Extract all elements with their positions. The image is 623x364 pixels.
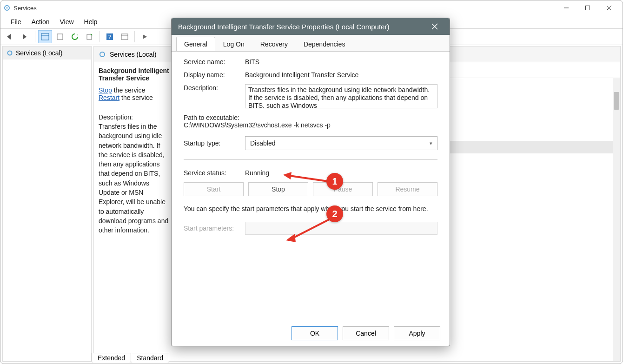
- label-display-name: Display name:: [184, 71, 245, 79]
- description-label: Description:: [99, 113, 169, 121]
- toolbar-console-icon[interactable]: [118, 30, 132, 43]
- dialog-tabs: General Log On Recovery Dependencies: [172, 35, 450, 52]
- svg-rect-8: [41, 33, 49, 40]
- back-button[interactable]: [3, 30, 17, 43]
- scrollbar[interactable]: [613, 78, 620, 361]
- svg-rect-10: [57, 34, 63, 40]
- toolbar-refresh-icon[interactable]: [68, 30, 82, 43]
- tab-dependencies[interactable]: Dependencies: [296, 37, 353, 52]
- annotation-callout-2: 2: [326, 205, 343, 222]
- svg-marker-13: [91, 33, 93, 35]
- minimize-button[interactable]: [556, 1, 577, 15]
- tab-general[interactable]: General: [176, 37, 215, 52]
- svg-rect-16: [121, 34, 128, 40]
- svg-marker-26: [286, 234, 296, 242]
- detail-header-label: Services (Local): [110, 51, 156, 58]
- bottom-tabs: Extended Standard: [92, 351, 169, 364]
- dialog-close-button[interactable]: [426, 18, 443, 35]
- toolbar-export-icon[interactable]: [83, 30, 97, 43]
- svg-point-1: [7, 7, 8, 9]
- value-path: C:\WINDOWS\System32\svchost.exe -k netsv…: [184, 121, 437, 129]
- menu-action[interactable]: Action: [27, 17, 54, 26]
- maximize-button[interactable]: [577, 1, 598, 15]
- close-button[interactable]: [598, 1, 620, 15]
- restart-service-line: Restart the service: [99, 94, 169, 101]
- forward-button[interactable]: [18, 30, 32, 43]
- ok-button[interactable]: OK: [292, 326, 338, 340]
- tree-item-label: Services (Local): [16, 49, 62, 57]
- label-service-status: Service status:: [184, 169, 245, 177]
- svg-marker-18: [143, 34, 147, 39]
- value-service-status: Running: [245, 169, 437, 177]
- value-service-name: BITS: [245, 58, 437, 66]
- svg-line-25: [292, 219, 330, 238]
- stop-link[interactable]: Stop: [99, 86, 112, 94]
- annotation-callout-1: 1: [326, 173, 343, 190]
- svg-rect-3: [586, 6, 590, 10]
- tab-extended[interactable]: Extended: [92, 353, 131, 363]
- toolbar-help-icon[interactable]: ?: [103, 30, 117, 43]
- services-icon: [3, 4, 11, 12]
- label-path: Path to executable:: [184, 114, 437, 121]
- label-startup-type: Startup type:: [184, 139, 245, 147]
- menu-file[interactable]: File: [6, 17, 26, 26]
- svg-marker-24: [283, 172, 292, 179]
- svg-point-20: [100, 52, 105, 57]
- svg-marker-6: [7, 34, 11, 40]
- gear-icon: [99, 51, 106, 58]
- cancel-button[interactable]: Cancel: [343, 326, 389, 340]
- startup-type-value: Disabled: [250, 139, 275, 147]
- svg-line-23: [290, 176, 328, 181]
- annotation-arrow-1: [281, 172, 332, 186]
- chevron-down-icon: ▾: [430, 140, 432, 146]
- menu-help[interactable]: Help: [80, 17, 102, 26]
- label-start-params: Start parameters:: [184, 225, 245, 232]
- label-service-name: Service name:: [184, 58, 245, 66]
- resume-button[interactable]: Resume: [378, 182, 437, 196]
- svg-text:?: ?: [108, 34, 111, 40]
- value-description[interactable]: Transfers files in the background using …: [245, 84, 437, 108]
- action-pane: Background Intelligent Transfer Service …: [94, 62, 174, 361]
- apply-button[interactable]: Apply: [394, 326, 440, 340]
- menu-view[interactable]: View: [55, 17, 78, 26]
- label-description: Description:: [184, 84, 245, 108]
- tab-recovery[interactable]: Recovery: [252, 37, 296, 52]
- annotation-arrow-2: [284, 216, 335, 244]
- dialog-titlebar: Background Intelligent Transfer Service …: [172, 18, 450, 35]
- stop-service-line: Stop the service: [99, 86, 169, 94]
- start-params-input: [245, 222, 437, 235]
- tree-item-services-local[interactable]: Services (Local): [3, 46, 91, 60]
- tab-standard[interactable]: Standard: [131, 353, 169, 363]
- dialog-title: Background Intelligent Transfer Service …: [178, 23, 389, 31]
- tree-pane: Services (Local): [2, 46, 92, 362]
- dialog-body: Service name: BITS Display name: Backgro…: [172, 51, 450, 321]
- value-display-name: Background Intelligent Transfer Service: [245, 71, 437, 79]
- restart-link[interactable]: Restart: [99, 94, 119, 101]
- toolbar-play-icon[interactable]: [138, 30, 152, 43]
- titlebar: Services: [0, 0, 623, 15]
- description-text: Transfers files in the background using …: [99, 122, 169, 235]
- gear-icon: [7, 50, 13, 56]
- start-button[interactable]: Start: [184, 182, 244, 196]
- dialog-footer: OK Cancel Apply: [172, 321, 450, 346]
- svg-marker-11: [77, 34, 78, 35]
- tab-logon[interactable]: Log On: [215, 37, 252, 52]
- window-title: Services: [13, 5, 37, 12]
- startup-type-select[interactable]: Disabled ▾: [245, 136, 437, 150]
- svg-point-19: [8, 51, 12, 55]
- scroll-thumb[interactable]: [614, 92, 619, 110]
- start-params-note: You can specify the start parameters tha…: [184, 205, 437, 213]
- svg-marker-7: [23, 34, 27, 40]
- selected-service-title: Background Intelligent Transfer Service: [99, 67, 169, 82]
- toolbar-properties-icon[interactable]: [53, 30, 67, 43]
- toolbar-detail-icon[interactable]: [38, 30, 52, 43]
